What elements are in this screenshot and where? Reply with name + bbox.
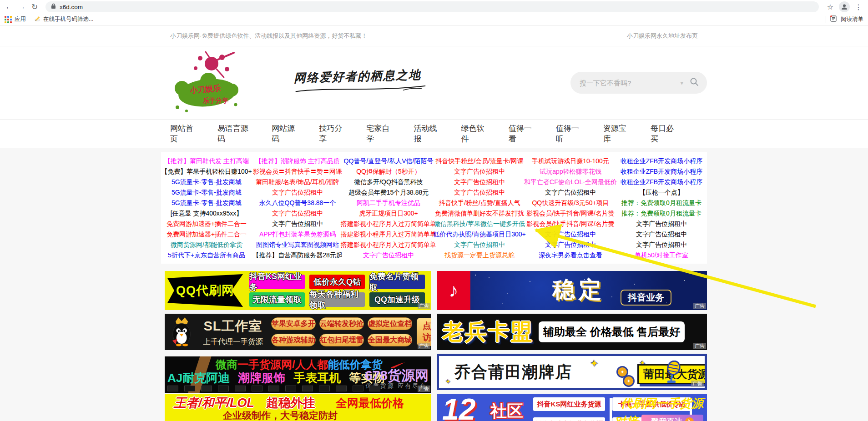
ad-text-link[interactable]: QQ快速升百级/3元50+项目 [532,198,609,208]
ad-text-link[interactable]: 文字广告位招租中 [636,229,687,240]
ad-text-link[interactable]: 和平亡者CF使命LOL-全网最低价 [524,177,617,187]
ad-text-link[interactable]: 5G流量卡-零售-批发商城 [172,187,242,198]
ad-text-link[interactable]: 收租企业ZFB开发商场小程序 [621,156,702,166]
ad-text-link[interactable]: 微信黑科技/苹果微信一键多开低 [434,219,525,229]
ad-text-link[interactable]: 文字广告位招租中 [363,250,414,261]
ad-text-link[interactable]: 文字广告位招租中 [545,229,596,240]
forward-icon[interactable]: → [15,2,28,11]
banner-laobing-kameng[interactable]: 老兵卡盟 辅助最全 价格最低 售后最好 广告 [437,314,707,350]
ad-links-column: 抖音快手粉丝/会员/流量卡/网课 文字广告位招租中 文字广告位招租中 文字广告位… [434,156,525,261]
ad-text-link[interactable]: 5折代下+京东自营所有商品 [168,250,245,261]
ad-text-link[interactable]: 文字广告位招租中 [272,219,323,229]
nav-item-daily-buy[interactable]: 每日必买 [651,115,678,152]
ad-text-link[interactable]: 文字广告位招租中 [545,240,596,250]
ad-text-link[interactable]: 【推荐】莆田鞋代发 主打高端 [164,156,249,166]
bookmark-star-icon[interactable]: ☆ [823,3,837,11]
ad-text-link[interactable]: 微商货源网/都能低价拿货 [171,240,242,250]
ad-text-link[interactable]: 文字广告位招租中 [636,240,687,250]
ad-text-link[interactable]: 影视会员/快手抖音/网课/名片赞 [526,219,615,229]
ad-text-link[interactable]: 虎牙正规项目日300+ [359,208,418,219]
ad-text-link[interactable]: 文字广告位招租中 [272,187,323,198]
ad-text-link[interactable]: 收租企业ZFB开发商场小程序 [621,166,702,177]
laobing-title: 老兵卡盟 [442,317,533,346]
ad-text-link[interactable]: 影视会员〓抖音快手〓赞〓网课 [253,166,342,177]
nav-item-worth-read[interactable]: 值得一看 [509,115,536,152]
ad-text-link[interactable]: 【压枪一个点】 [639,187,684,198]
ad-label: 广告 [418,343,430,349]
ad-text-link[interactable]: 莆田鞋服/名表/饰品/耳机/潮牌 [256,177,339,187]
ad-text-link[interactable]: 文字广告位招租中 [454,166,505,177]
banner-waigua[interactable]: 王者/和平/LOL 超稳外挂 全网最低价格 企业级制作，大号稳定防封 外挂行业售… [165,394,431,421]
ad-text-link[interactable]: 文字广告位招租中 [636,219,687,229]
ad-text-link[interactable]: [任意显 支持400xx95xx】 [171,208,243,219]
ad-text-link[interactable]: 收租企业ZFB开发商场小程序 [621,177,702,187]
ad-text-link[interactable]: 影视会员/快手抖音/网课/名片赞 [526,208,615,219]
ad-text-link[interactable]: 文字广告位招租中 [454,240,505,250]
nav-item-software[interactable]: 绿色软件 [461,115,489,152]
search-icon[interactable] [690,77,699,88]
ad-text-link[interactable]: 推荐：免费领取0月租流量卡 [621,198,701,208]
site-logo[interactable]: 小刀娱乐 乐于分享 [167,51,249,115]
banner-qq-daishua[interactable]: QQ代刷网 抖音KS网红业务 低价永久Q钻 免费名片赞领取 无限流量领取 每天各… [165,271,431,310]
chevron-down-icon[interactable]: ▾ [680,80,683,86]
ad-text-link[interactable]: 文字广告位招租中 [272,208,323,219]
nav-item-worth-listen[interactable]: 值得一听 [556,115,583,152]
ad-text-link[interactable]: 免费网游加速器+插件二合一 [167,219,247,229]
ad-text-link[interactable]: QQ担保解封（5秒开） [356,166,421,177]
ad-text-link[interactable]: 文字广告位招租中 [454,177,505,187]
back-icon[interactable]: ← [3,2,15,11]
ad-text-link[interactable]: 【推荐】自营高防服务器28元起 [252,250,343,261]
ad-text-link[interactable]: APP打包封装苹果免签源码 [259,229,336,240]
apps-shortcut[interactable]: 应用 [5,15,26,23]
ad-text-link[interactable]: 抖音快手/粉丝/点赞/直播人气 [439,198,520,208]
chrome-menu-icon[interactable]: ⋮ [852,3,865,11]
ad-text-link[interactable]: 深夜宅男必看点击查看 [539,250,602,261]
ad-text-link[interactable]: 免费网游加速器+插件二合一 [167,229,247,240]
ad-text-link[interactable]: 搭建影视小程序月入过万简简单单 [341,219,436,229]
search-input[interactable] [579,79,680,87]
banner-qiaohe-putian[interactable]: 乔合莆田潮牌店 ✦ ✦ ✦ ✦ ✦ ✦ 莆田最大货源 广告 [437,354,707,390]
ad-text-link[interactable]: 【免费】苹果手机轻松日赚100+ [161,166,252,177]
banner-sl-studio[interactable]: SL工作室 上千代理一手货源 苹果安卓多开 云端转发秒抢 虚拟定位查档 各种游戏… [165,314,431,350]
ad-text-link[interactable]: 阿凯二手手机专注优品 [357,198,420,208]
nav-item-home[interactable]: 网站首页 [170,115,197,152]
profile-avatar[interactable] [839,1,850,12]
ad-text-link[interactable]: 微信多开/QQ抖音黑科技 [354,177,423,187]
ad-text-link[interactable]: 手机试玩游戏日赚10-100元 [532,156,609,166]
bookmark-item[interactable]: 在线手机号码筛选... [34,15,93,23]
ad-text-link[interactable]: 文字广告位招租中 [545,187,596,198]
ad-text-link[interactable]: 单机50/对接工作室 [635,250,688,261]
permanent-address-link[interactable]: 小刀娱乐网永久地址发布页 [627,32,698,40]
ad-text-link[interactable]: 抖音快手粉丝/会员/流量卡/网课 [435,156,524,166]
ad-text-link[interactable]: 图图馆专业写真套图视频网站 [256,240,339,250]
ad-text-link[interactable]: 文字广告位招租中 [454,187,505,198]
ad-text-link[interactable]: 免费清微信单删好友不群发打扰 [435,208,524,219]
ad-text-link[interactable]: 搭建影视小程序月入过万简简单单 [341,229,436,240]
banner-douyin-stable[interactable]: ♪ 稳定 抖音业务 广告 [437,271,707,310]
nav-item-yiyuyan[interactable]: 易语言源码 [217,115,252,152]
ad-text-link[interactable]: 试玩app轻松赚零花钱 [540,166,601,177]
ad-text-link[interactable]: 找货源一定要上货源总舵 [444,250,515,261]
nav-item-selfstudy[interactable]: 宅家自学 [366,115,394,152]
address-bar[interactable]: x6d.com [45,1,819,12]
reading-list-label[interactable]: 阅读清单 [841,15,863,23]
ad-text-link[interactable]: 5G流量卡-零售-批发商城 [172,177,242,187]
nav-item-source[interactable]: 网站源码 [272,115,299,152]
ad-text-link[interactable]: QQ普号/直登号/私人V信/陌陌号 [344,156,434,166]
banner-678-huoyuan[interactable]: 微商一手货源网/人人都能低价拿货 AJ耐克阿迪 潮牌服饰 手表耳机 等实物 67… [165,356,431,393]
nav-item-activity[interactable]: 活动线报 [414,115,441,152]
ad-text-link[interactable]: 推荐：免费领取0月租流量卡 [621,208,701,219]
nav-item-treasury[interactable]: 资源宝库 [603,115,631,152]
banner-12-shequ[interactable]: 12 社区 抖音KS网红业务货源 卡商一手直供低价Q钻 低价名片空间业务货源 哔… [437,394,707,421]
shequ12-number: 12 [442,394,475,421]
ad-text-link[interactable]: 搭建影视小程序月入过万简简单单 [341,240,436,250]
site-header: 小刀娱乐 乐于分享 网络爱好者的栖息之地 ▾ [0,46,868,119]
ad-text-link[interactable]: 【推荐】潮牌服饰 主打高品质 [255,156,340,166]
ad-pill: 苹果安卓多开 [271,317,316,330]
ad-text-link[interactable]: 永久八位QQ普号38.88一个 [259,198,336,208]
ad-text-link[interactable]: 超级会员年费15个月38.88元 [348,187,429,198]
reload-icon[interactable]: ↻ [28,2,41,12]
ad-text-link[interactable]: 低价代办执照/肯德基项目日300+ [433,229,525,240]
ad-text-link[interactable]: 5G流量卡-零售-批发商城 [172,198,242,208]
nav-item-tips[interactable]: 技巧分享 [319,115,346,152]
